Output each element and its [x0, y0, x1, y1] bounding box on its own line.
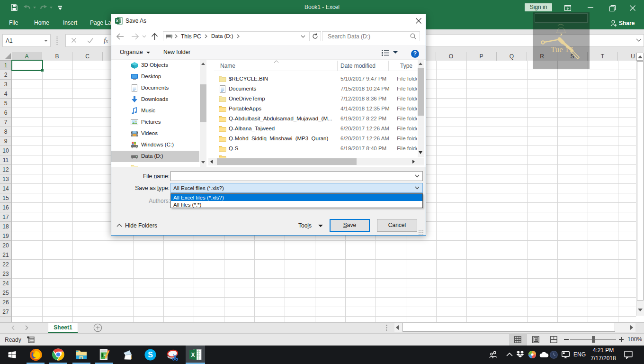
svg-text:X: X — [116, 18, 118, 23]
svg-text:Tue 17: Tue 17 — [551, 45, 573, 54]
svg-text:X: X — [191, 352, 195, 358]
svg-text:S: S — [148, 351, 153, 359]
